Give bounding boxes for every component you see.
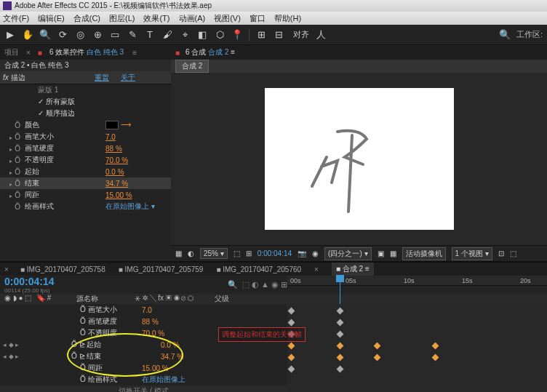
main-area: 项目 × ■ 6 效果控件 白色 纯色 3 ≡ 合成 2 • 白色 纯色 3 f… (0, 45, 547, 261)
pin-tool-icon[interactable]: 📍 (231, 29, 243, 41)
color-swatch[interactable] (105, 121, 119, 129)
start-value[interactable]: 0.0 % (105, 168, 171, 176)
comp-flowchart-bar: 合成 2 (171, 60, 547, 73)
region-icon[interactable]: ▣ (378, 249, 384, 257)
title-text: Adobe After Effects CC 2015 - E:\视频编辑软件\… (15, 0, 212, 12)
prop-opacity: 不透明度 (23, 155, 105, 165)
all-masks-check[interactable]: ✓ 所有蒙版 (23, 97, 171, 107)
timeline-body: Ŏ 画笔大小7.0 Ŏ 画笔硬度88 % Ŏ 不透明度70.0 % ◂ ◆ ▸Ŏ… (0, 304, 547, 392)
brush-hard-value[interactable]: 88 % (105, 145, 171, 153)
view2-icon[interactable]: ⬚ (510, 249, 516, 257)
rect-tool-icon[interactable]: ▭ (109, 29, 121, 41)
end-value[interactable]: 34.7 % (105, 180, 171, 188)
menu-animation[interactable]: 动画(A) (179, 13, 206, 24)
menu-file[interactable]: 文件(F) (3, 13, 29, 24)
tl-opacity-val[interactable]: 70.0 % (142, 329, 200, 337)
spacing-value[interactable]: 15.00 % (105, 191, 171, 199)
tl-paint-style: Ŏ 绘画样式 (0, 375, 142, 385)
zoom-dropdown[interactable]: 25% ▾ (200, 248, 228, 259)
snap3-icon[interactable]: 人 (315, 29, 327, 41)
align-label: 对齐 (293, 29, 309, 40)
comp-chip[interactable]: 合成 2 (175, 60, 209, 73)
toggle-icon[interactable]: ◉ (312, 249, 319, 257)
timeline-tab-1[interactable]: ■ IMG_20170407_205759 (119, 265, 204, 273)
timeline-header: 0:00:04:14 00114 (25.00 fps) 🔍 ⬚ ◐ ▲ ◉ ⊞… (0, 276, 547, 294)
text-tool-icon[interactable]: T (144, 29, 156, 41)
seq-stroke-check[interactable]: ✓ 顺序描边 (23, 108, 171, 119)
panel-tabs: 项目 × ■ 6 效果控件 白色 纯色 3 ≡ (0, 45, 171, 60)
brush-tool-icon[interactable]: 🖌 (161, 29, 173, 41)
menu-layer[interactable]: 图层(L) (109, 13, 135, 24)
viewer-footer: ▦ ◐ 25% ▾ ⬚ ⊞ 0:00:04:14 📷 ◉ (四分之一) ▾ ▣ … (171, 245, 547, 261)
menu-comp[interactable]: 合成(C) (73, 13, 100, 24)
anchor-tool-icon[interactable]: ⊕ (92, 29, 103, 41)
rotate-tool-icon[interactable]: ⟳ (57, 29, 68, 41)
hand-tool-icon[interactable]: ✋ (22, 29, 33, 41)
menu-help[interactable]: 帮助(H) (274, 13, 301, 24)
close-icon[interactable]: × (4, 265, 9, 273)
res-icon[interactable]: ⬚ (233, 249, 240, 257)
mask-dropdown[interactable]: 蒙版 1 (23, 85, 171, 95)
views-dropdown[interactable]: 1 个视图 ▾ (452, 247, 492, 260)
menu-edit[interactable]: 编辑(E) (38, 13, 65, 24)
column-header: ◉ ◗ ● ⬚ 🔖 # 源名称 ⚹ ✲ ╲ fx ▣ ◉ ⊘ ⬡ 父级 (0, 294, 547, 304)
viewer-tabs: ■ 6 合成 合成 2 ≡ (171, 45, 547, 60)
annotation-text: 调整起始和结束的关键帧 (218, 327, 306, 342)
tl-spacing-val[interactable]: 15.00 % (142, 364, 200, 372)
channel-icon[interactable]: ⊞ (246, 249, 252, 257)
view-icon[interactable]: ⊡ (498, 249, 504, 257)
paint-style-dropdown[interactable]: 在原始图像上 ▾ (105, 201, 171, 212)
viewer-canvas[interactable] (171, 73, 547, 245)
composition-preview (265, 88, 454, 230)
mask-icon[interactable]: ◐ (188, 249, 194, 257)
tl-brush-size-val[interactable]: 7.0 (142, 306, 200, 314)
tab-menu-icon[interactable]: ≡ (132, 49, 137, 57)
selection-tool-icon[interactable]: ▶ (4, 29, 16, 41)
pen-tool-icon[interactable]: ✎ (127, 29, 138, 41)
resolution-dropdown[interactable]: (四分之一) ▾ (324, 247, 371, 260)
menu-view[interactable]: 视图(V) (214, 13, 241, 24)
camera-tool-icon[interactable]: ◎ (74, 29, 86, 41)
tl-end-val[interactable]: 34.7 % (161, 353, 219, 361)
time-display[interactable]: 0:00:04:14 (257, 249, 292, 257)
brush-size-value[interactable]: 7.0 (105, 133, 171, 141)
current-time[interactable]: 0:00:04:14 (4, 276, 55, 287)
reset-link[interactable]: 重置 (95, 73, 109, 83)
time-ruler[interactable]: 00s 05s 10s 15s 20s (287, 276, 547, 286)
prop-brush-size: 画笔大小 (23, 132, 105, 142)
snap2-icon[interactable]: ⊟ (273, 29, 284, 41)
grid-icon[interactable]: ▦ (175, 249, 182, 257)
zoom-tool-icon[interactable]: 🔍 (39, 29, 51, 41)
roto-tool-icon[interactable]: ⬡ (214, 29, 225, 41)
menu-window[interactable]: 窗口 (249, 13, 265, 24)
toggle-switches[interactable]: 切换开关 / 模式 (119, 386, 168, 392)
tl-opacity: Ŏ 不透明度 (0, 328, 142, 338)
tl-brush-hard: Ŏ 画笔硬度 (0, 316, 142, 327)
snapshot-icon[interactable]: 📷 (298, 249, 306, 257)
prop-spacing: 间距 (23, 190, 105, 200)
timeline-tab-0[interactable]: ■ IMG_20170407_205758 (20, 265, 105, 273)
stamp-tool-icon[interactable]: ⌖ (179, 29, 191, 41)
about-link[interactable]: 关于 (121, 73, 135, 83)
snap-icon[interactable]: ⊞ (255, 29, 267, 41)
menu-effect[interactable]: 效果(T) (143, 13, 169, 24)
grid2-icon[interactable]: ▦ (390, 249, 396, 257)
timeline-tracks[interactable] (287, 304, 547, 392)
search-icon[interactable]: 🔍 (499, 29, 511, 41)
tl-brush-hard-val[interactable]: 88 % (142, 318, 200, 326)
workspace-label[interactable]: 工作区: (516, 29, 543, 40)
effect-controls-tab[interactable]: 6 效果控件 白色 纯色 3 (49, 47, 124, 57)
comp-tab[interactable]: 6 合成 合成 2 ≡ (185, 47, 235, 57)
prop-brush-hard: 画笔硬度 (23, 143, 105, 153)
timeline-tab-3[interactable]: ■ 合成 2 ≡ (332, 263, 374, 276)
tl-paint-style-val[interactable]: 在原始图像上 (142, 375, 200, 385)
eraser-tool-icon[interactable]: ◧ (196, 29, 208, 41)
tl-start-val[interactable]: 0.0 % (161, 341, 219, 349)
project-tab[interactable]: 项目 (4, 47, 19, 57)
timeline-tab-2[interactable]: ■ IMG_20170407_205760 (216, 265, 301, 273)
tl-spacing: Ŏ 间距 (0, 363, 142, 373)
opacity-value[interactable]: 70.0 % (105, 156, 171, 164)
prop-color: 颜色 (23, 120, 105, 130)
tl-brush-size: Ŏ 画笔大小 (0, 305, 142, 315)
camera-dropdown[interactable]: 活动摄像机 (402, 247, 446, 260)
